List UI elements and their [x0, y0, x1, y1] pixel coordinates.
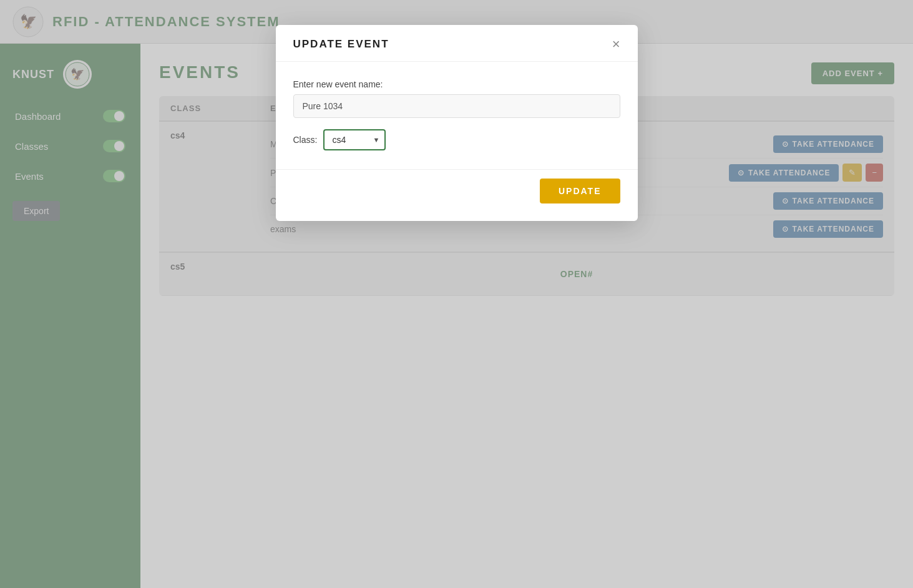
update-button[interactable]: UPDATE — [540, 179, 620, 203]
event-name-input[interactable] — [293, 94, 620, 118]
class-select-wrapper: cs1 cs2 cs3 cs4 cs5 — [323, 129, 386, 150]
modal-footer: UPDATE — [276, 169, 638, 221]
update-event-modal: UPDATE EVENT × Enter new event name: Cla… — [276, 25, 638, 221]
modal-title: UPDATE EVENT — [293, 38, 389, 51]
class-label: Class: — [293, 135, 318, 145]
modal-close-button[interactable]: × — [612, 37, 620, 51]
modal-header: UPDATE EVENT × — [276, 25, 638, 62]
modal-class-row: Class: cs1 cs2 cs3 cs4 cs5 — [293, 129, 620, 150]
modal-body: Enter new event name: Class: cs1 cs2 cs3… — [276, 62, 638, 169]
event-name-label: Enter new event name: — [293, 79, 620, 89]
class-select[interactable]: cs1 cs2 cs3 cs4 cs5 — [323, 129, 386, 150]
modal-overlay: UPDATE EVENT × Enter new event name: Cla… — [0, 0, 913, 588]
